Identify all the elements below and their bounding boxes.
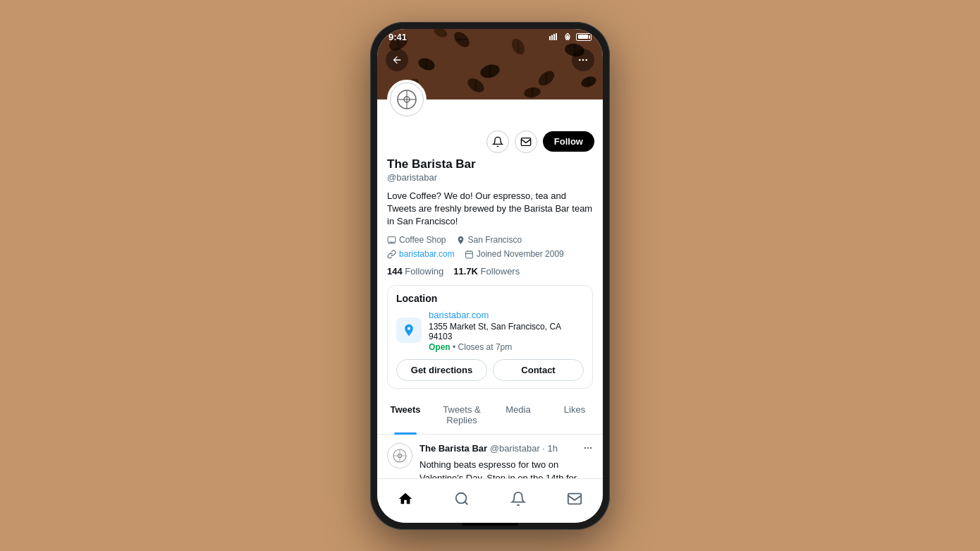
phone-frame: 9:41 [370, 22, 610, 530]
nav-search[interactable] [449, 486, 474, 511]
tweet-more-button[interactable] [583, 443, 593, 456]
open-status: Open [429, 342, 451, 352]
joined-text: Joined November 2009 [477, 249, 564, 259]
location-text: San Francisco [468, 235, 522, 245]
svg-rect-23 [549, 36, 551, 40]
svg-point-46 [584, 447, 586, 449]
tweet-handle: @baristabar [490, 443, 540, 454]
profile-meta: Coffee Shop San Francisco baristabar.com… [387, 235, 593, 259]
meta-website[interactable]: baristabar.com [387, 249, 455, 259]
category-text: Coffee Shop [399, 235, 446, 245]
location-action-buttons: Get directions Contact [388, 359, 592, 388]
tweet-time: · 1h [542, 443, 558, 454]
location-hours: Open • Closes at 7pm [429, 342, 584, 352]
svg-rect-51 [568, 493, 581, 504]
tweet-text: Nothing beats espresso for two on Valent… [419, 459, 593, 478]
profile-info: The Barista Bar @baristabar Love Coffee?… [377, 153, 603, 277]
status-icons [549, 33, 592, 41]
location-card-body: baristabar.com 1355 Market St, San Franc… [388, 308, 592, 359]
status-time: 9:41 [388, 32, 407, 42]
location-address: 1355 Market St, San Francisco, CA 94103 [429, 322, 584, 341]
phone-screen: 9:41 [377, 29, 603, 523]
location-card: Location baristabar.com 1355 Market St, … [387, 285, 593, 389]
location-details: baristabar.com 1355 Market St, San Franc… [429, 308, 584, 352]
location-website-link[interactable]: baristabar.com [429, 310, 489, 320]
follow-button[interactable]: Follow [543, 131, 594, 152]
svg-point-27 [579, 59, 581, 61]
nav-home[interactable] [393, 486, 418, 511]
location-card-title: Location [388, 286, 592, 308]
svg-rect-25 [553, 34, 555, 40]
tab-likes[interactable]: Likes [546, 396, 603, 434]
following-count[interactable]: 144 Following [387, 266, 443, 277]
svg-rect-34 [521, 138, 530, 145]
svg-rect-26 [556, 33, 557, 40]
svg-point-48 [590, 447, 592, 449]
nav-messages[interactable] [562, 486, 587, 511]
bottom-navigation [377, 478, 603, 523]
tweet-header: The Barista Bar @baristabar · 1h [419, 443, 593, 456]
location-map-icon [396, 317, 422, 343]
tweet-meta: The Barista Bar @baristabar · 1h [419, 443, 558, 454]
battery-icon [576, 33, 592, 41]
avatar-image [390, 83, 424, 116]
get-directions-button[interactable]: Get directions [396, 359, 487, 381]
back-button[interactable] [386, 49, 408, 71]
svg-rect-24 [551, 35, 553, 41]
tweet-body: The Barista Bar @baristabar · 1h Nothing… [419, 443, 593, 478]
tweet-avatar [387, 443, 412, 468]
closing-hours: • Closes at 7pm [453, 342, 512, 352]
tab-media[interactable]: Media [490, 396, 546, 434]
notifications-bell-button[interactable] [486, 131, 509, 153]
profile-avatar [387, 80, 427, 119]
profile-handle: @baristabar [387, 172, 593, 183]
tweet-item: The Barista Bar @baristabar · 1h Nothing… [377, 435, 603, 478]
profile-header-image: 9:41 [377, 29, 603, 99]
svg-point-28 [582, 59, 584, 61]
more-button[interactable] [572, 49, 594, 71]
svg-rect-38 [465, 251, 472, 258]
nav-notifications[interactable] [506, 486, 531, 511]
meta-location: San Francisco [456, 235, 522, 245]
tab-tweets-replies[interactable]: Tweets & Replies [434, 396, 490, 434]
profile-bio: Love Coffee? We do! Our espresso, tea an… [387, 190, 593, 229]
svg-point-29 [585, 59, 587, 61]
profile-nav: 9:41 [377, 49, 603, 71]
profile-action-buttons: Follow [377, 125, 603, 153]
meta-category: Coffee Shop [387, 235, 446, 245]
follow-counts: 144 Following 11.7K Followers [387, 266, 593, 277]
tab-tweets[interactable]: Tweets [377, 396, 434, 434]
website-link[interactable]: baristabar.com [399, 249, 455, 259]
profile-tabs: Tweets Tweets & Replies Media Likes [377, 396, 603, 435]
followers-count[interactable]: 11.7K Followers [453, 266, 520, 277]
profile-content: Follow The Barista Bar @baristabar Love … [377, 99, 603, 478]
contact-button[interactable]: Contact [493, 359, 584, 381]
profile-name: The Barista Bar [387, 157, 593, 171]
svg-point-50 [456, 492, 467, 503]
meta-joined: Joined November 2009 [465, 249, 564, 259]
tweet-author: The Barista Bar [419, 443, 487, 454]
mail-button[interactable] [515, 131, 537, 153]
svg-point-47 [587, 447, 589, 449]
svg-rect-35 [388, 237, 396, 243]
